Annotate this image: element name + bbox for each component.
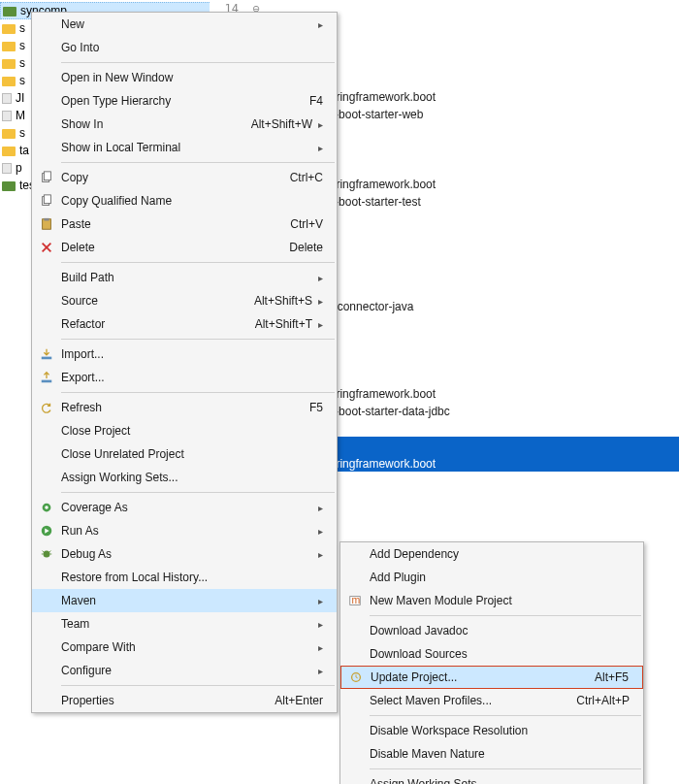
menu-item-copy-qualified-name[interactable]: Copy Qualified Name (32, 189, 337, 212)
menu-item-build-path[interactable]: Build Path (32, 266, 337, 289)
menu-label: Export... (61, 371, 323, 384)
tree-label: M (16, 109, 25, 122)
menu-item-show-in[interactable]: Show InAlt+Shift+W (32, 113, 337, 136)
menu-label: Import... (61, 347, 323, 361)
menu-label: Configure (61, 664, 312, 677)
menu-item-copy[interactable]: CopyCtrl+C (32, 166, 337, 189)
menu-item-assign-working-sets-[interactable]: Assign Working Sets... (340, 772, 643, 784)
menu-item-close-unrelated-project[interactable]: Close Unrelated Project (32, 442, 337, 466)
svg-rect-3 (44, 195, 50, 204)
menu-item-run-as[interactable]: Run As (32, 519, 337, 542)
context-menu-main[interactable]: NewGo IntoOpen in New WindowOpen Type Hi… (31, 12, 338, 713)
svg-rect-1 (44, 172, 50, 180)
menu-item-new-maven-module-project[interactable]: mNew Maven Module Project (340, 589, 643, 612)
menu-label: Disable Workspace Resolution (370, 724, 630, 737)
menu-label: Assign Working Sets... (370, 777, 630, 784)
menu-item-open-in-new-window[interactable]: Open in New Window (32, 66, 337, 89)
menu-item-select-maven-profiles-[interactable]: Select Maven Profiles...Ctrl+Alt+P (340, 689, 643, 712)
menu-item-restore-from-local-history-[interactable]: Restore from Local History... (32, 566, 337, 589)
dbg-icon (32, 547, 61, 561)
shortcut: F4 (309, 94, 323, 108)
tree-label: ta (19, 144, 29, 157)
svg-point-11 (45, 506, 48, 509)
menu-item-new[interactable]: New (32, 13, 337, 36)
menu-item-configure[interactable]: Configure (32, 659, 337, 682)
tree-label: s (19, 74, 25, 87)
menu-item-add-plugin[interactable]: Add Plugin (340, 566, 643, 589)
menu-label: Open in New Window (61, 71, 323, 84)
context-menu-maven[interactable]: Add DependencyAdd PluginmNew Maven Modul… (340, 541, 644, 784)
paste-icon (32, 217, 61, 231)
folder-icon (2, 147, 16, 156)
tree-label: p (16, 161, 22, 175)
menu-item-disable-maven-nature[interactable]: Disable Maven Nature (340, 742, 643, 766)
menu-item-export-[interactable]: Export... (32, 366, 337, 389)
menu-label: Team (61, 617, 312, 631)
menu-label: Refactor (61, 317, 255, 331)
tree-label: s (19, 56, 25, 70)
menu-item-refresh[interactable]: RefreshF5 (32, 396, 337, 419)
menu-label: Close Unrelated Project (61, 447, 323, 461)
tree-label: s (19, 39, 25, 52)
menu-label: Run As (61, 524, 312, 538)
menu-item-update-project-[interactable]: Update Project...Alt+F5 (340, 666, 643, 689)
svg-line-17 (49, 551, 51, 553)
folder-icon (2, 77, 16, 86)
menu-item-properties[interactable]: PropertiesAlt+Enter (32, 689, 337, 712)
menu-item-import-[interactable]: Import... (32, 343, 337, 366)
svg-rect-8 (42, 357, 52, 360)
shortcut: Ctrl+V (290, 217, 323, 231)
svg-rect-5 (44, 218, 48, 221)
menu-item-coverage-as[interactable]: Coverage As (32, 496, 337, 519)
menu-label: Disable Maven Nature (370, 747, 630, 761)
menu-label: Refresh (61, 401, 309, 414)
menu-item-maven[interactable]: Maven (32, 589, 337, 612)
exp-icon (32, 371, 61, 384)
menu-item-open-type-hierarchy[interactable]: Open Type HierarchyF4 (32, 89, 337, 113)
menu-label: Add Plugin (370, 571, 630, 584)
menu-label: Copy (61, 171, 290, 184)
folder-icon (2, 163, 12, 174)
shortcut: Ctrl+Alt+P (576, 694, 630, 707)
menu-item-close-project[interactable]: Close Project (32, 419, 337, 442)
shortcut: Alt+F5 (595, 670, 629, 684)
shortcut: F5 (309, 401, 323, 414)
menu-label: Debug As (61, 547, 312, 561)
menu-item-add-dependency[interactable]: Add Dependency (340, 542, 643, 566)
menu-item-download-javadoc[interactable]: Download Javadoc (340, 619, 643, 642)
upd-icon (341, 670, 371, 684)
menu-label: Maven (61, 594, 312, 607)
menu-label: Add Dependency (370, 547, 630, 561)
menu-label: Delete (61, 241, 289, 254)
menu-item-assign-working-sets-[interactable]: Assign Working Sets... (32, 466, 337, 489)
menu-item-debug-as[interactable]: Debug As (32, 542, 337, 566)
menu-item-refactor[interactable]: RefactorAlt+Shift+T (32, 312, 337, 336)
copy-icon (32, 171, 61, 184)
copy-icon (32, 194, 61, 208)
menu-item-go-into[interactable]: Go Into (32, 36, 337, 59)
shortcut: Alt+Shift+T (255, 317, 312, 331)
shortcut: Alt+Enter (275, 694, 323, 707)
menu-item-team[interactable]: Team (32, 612, 337, 636)
menu-label: Download Javadoc (370, 624, 630, 637)
menu-label: Copy Qualified Name (61, 194, 323, 208)
menu-label: Go Into (61, 41, 323, 54)
tree-label: s (19, 21, 25, 35)
menu-item-paste[interactable]: PasteCtrl+V (32, 212, 337, 236)
menu-label: Show in Local Terminal (61, 141, 312, 154)
shortcut: Ctrl+C (290, 171, 323, 184)
menu-item-compare-with[interactable]: Compare With (32, 636, 337, 659)
menu-item-download-sources[interactable]: Download Sources (340, 642, 643, 666)
menu-item-source[interactable]: SourceAlt+Shift+S (32, 289, 337, 312)
menu-item-show-in-local-terminal[interactable]: Show in Local Terminal (32, 136, 337, 159)
shortcut: Delete (289, 241, 323, 254)
menu-item-delete[interactable]: DeleteDelete (32, 236, 337, 259)
folder-icon (2, 181, 16, 191)
shortcut: Alt+Shift+W (251, 117, 312, 131)
menu-label: Select Maven Profiles... (370, 694, 576, 707)
menu-label: Update Project... (371, 670, 595, 684)
menu-label: Properties (61, 694, 275, 707)
imp-icon (32, 347, 61, 361)
menu-item-disable-workspace-resolution[interactable]: Disable Workspace Resolution (340, 719, 643, 742)
folder-icon (2, 24, 16, 34)
